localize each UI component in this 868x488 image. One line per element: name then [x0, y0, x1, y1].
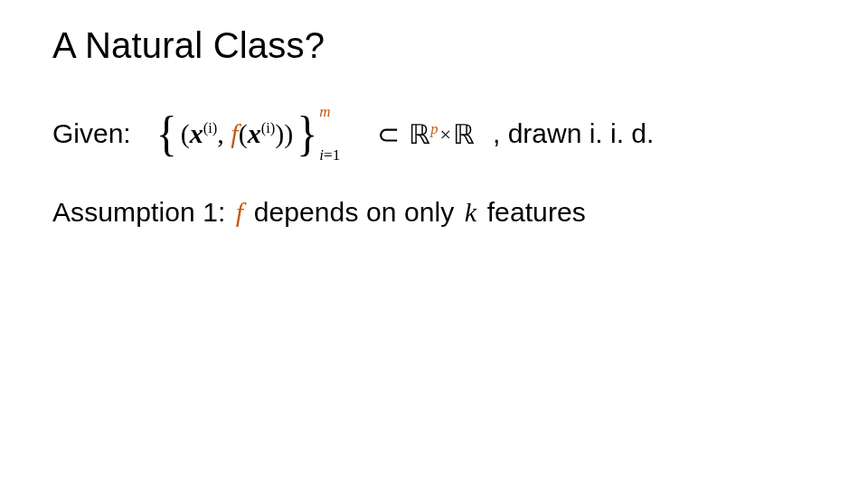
slide: A Natural Class? Given: { (x(i), f(x(i))…: [0, 0, 868, 488]
x-var-2: x: [248, 118, 261, 148]
outer-rparen: ): [284, 118, 293, 148]
comma-1: ,: [217, 118, 231, 148]
subset-symbol: ⊂: [377, 118, 400, 150]
x-var-1: x: [190, 118, 203, 148]
assumption-k: k: [465, 197, 476, 227]
set-inner: (x(i), f(x(i))): [177, 118, 297, 149]
left-brace: {: [156, 108, 177, 158]
limit-eq1: =1: [324, 146, 340, 164]
times-symbol: ×: [440, 123, 451, 145]
f-rparen: ): [275, 118, 284, 148]
limit-bottom: i=1: [319, 146, 340, 164]
limit-top-m: m: [319, 103, 330, 121]
slide-title: A Natural Class?: [52, 25, 325, 66]
drawn-iid: , drawn i. i. d.: [493, 118, 654, 149]
outer-lparen: (: [181, 118, 190, 148]
f-var-1: f: [231, 118, 238, 148]
f-lparen: (: [239, 118, 248, 148]
x2-sup: (i): [261, 119, 276, 136]
real-2: ℝ: [453, 119, 475, 149]
assumption-prefix: Assumption 1:: [52, 197, 233, 227]
assumption-mid: depends on only: [246, 197, 462, 227]
x1-sup: (i): [203, 119, 218, 136]
assumption-f: f: [236, 197, 243, 227]
set-limits: m i=1: [316, 108, 359, 159]
right-brace: }: [297, 108, 317, 158]
given-line: Given: { (x(i), f(x(i))) } m i=1 ⊂ ℝp×ℝ …: [52, 108, 654, 159]
real-1: ℝ: [409, 119, 430, 149]
real-1-sup-p: p: [430, 120, 438, 137]
training-set-expression: { (x(i), f(x(i))) } m i=1: [156, 108, 360, 159]
assumption-1: Assumption 1: f depends on only k featur…: [52, 197, 586, 228]
assumption-suffix: features: [479, 197, 586, 227]
given-label: Given:: [52, 118, 131, 149]
space-rp-r: ℝp×ℝ: [409, 118, 475, 150]
